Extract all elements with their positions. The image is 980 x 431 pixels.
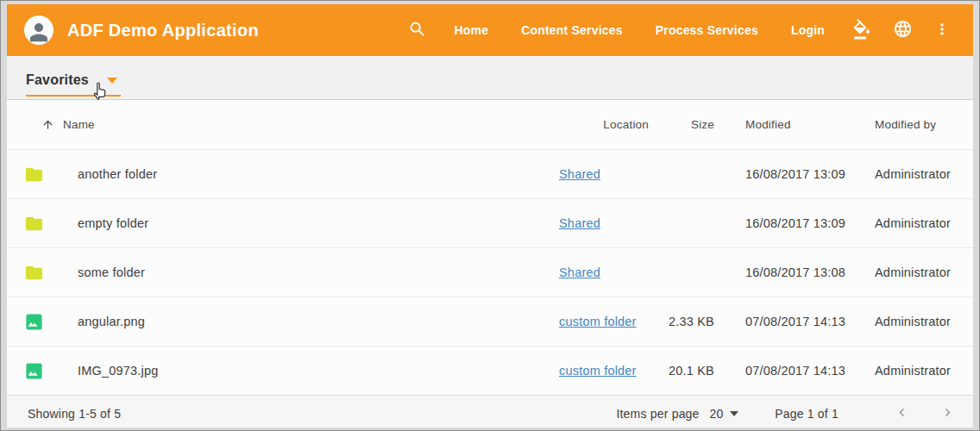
column-header-location[interactable]: Location <box>559 118 649 131</box>
items-per-page-label: Items per page <box>616 407 699 421</box>
showing-range-label: Showing 1-5 of 5 <box>28 407 121 421</box>
folder-icon <box>24 214 66 234</box>
items-per-page: Items per page 20 <box>616 403 738 424</box>
file-name: IMG_0973.jpg <box>66 364 559 378</box>
table-row[interactable]: some folder Shared 16/08/2017 13:08 Admi… <box>7 247 973 297</box>
chevron-right-icon <box>939 404 956 423</box>
modified-by: Administrator <box>875 216 961 230</box>
language-button[interactable] <box>883 14 923 47</box>
modified-date: 07/08/2017 14:13 <box>714 315 875 328</box>
items-per-page-select[interactable]: 20 <box>710 403 739 424</box>
app-title: ADF Demo Application <box>67 21 259 41</box>
column-header-modified-by[interactable]: Modified by <box>875 118 961 131</box>
search-icon <box>408 20 427 41</box>
adf-demo-app: ADF Demo Application Home Content Servic… <box>7 4 973 428</box>
document-list: Name Location Size Modified Modified by … <box>7 100 973 395</box>
location-link[interactable]: Shared <box>559 216 600 230</box>
search-button[interactable] <box>398 15 437 47</box>
main-nav: Home Content Services Process Services L… <box>437 15 841 46</box>
chevron-down-icon <box>107 78 117 84</box>
folder-icon <box>24 165 66 184</box>
table-row[interactable]: angular.png custom folder 2.33 KB 07/08/… <box>7 297 973 346</box>
nav-login[interactable]: Login <box>775 15 841 46</box>
column-header-name[interactable]: Name <box>24 118 559 131</box>
column-header-modified[interactable]: Modified <box>714 118 875 131</box>
modified-date: 07/08/2017 14:13 <box>714 364 875 378</box>
file-size: 20.1 KB <box>649 364 714 378</box>
more-vert-icon <box>933 21 951 41</box>
chevron-left-icon <box>894 404 910 423</box>
tab-favorites-label: Favorites <box>26 72 89 88</box>
table-header-row: Name Location Size Modified Modified by <box>7 100 973 149</box>
view-tabstrip: Favorites <box>7 56 973 100</box>
modified-by: Administrator <box>875 167 961 181</box>
column-header-size[interactable]: Size <box>649 118 714 131</box>
sort-ascending-icon <box>41 118 54 131</box>
nav-process-services[interactable]: Process Services <box>639 15 775 46</box>
modified-date: 16/08/2017 13:09 <box>714 167 875 181</box>
browser-window: ADF Demo Application Home Content Servic… <box>0 0 980 431</box>
file-name: some folder <box>66 265 559 279</box>
page-status-label: Page 1 of 1 <box>775 407 839 421</box>
location-link[interactable]: Shared <box>559 167 600 181</box>
modified-date: 16/08/2017 13:08 <box>714 265 875 279</box>
language-globe-icon <box>893 19 913 41</box>
next-page-button[interactable] <box>936 401 959 427</box>
location-link[interactable]: custom folder <box>559 364 637 378</box>
file-name: another folder <box>66 167 559 181</box>
pagination-bar: Showing 1-5 of 5 Items per page 20 Page … <box>7 395 973 428</box>
chevron-down-icon <box>730 411 738 416</box>
table-row[interactable]: empty folder Shared 16/08/2017 13:09 Adm… <box>7 198 973 247</box>
table-row[interactable]: another folder Shared 16/08/2017 13:09 A… <box>7 149 973 198</box>
file-name: angular.png <box>66 315 559 328</box>
folder-icon <box>24 263 66 283</box>
tab-favorites[interactable]: Favorites <box>26 72 121 97</box>
file-size: 2.33 KB <box>649 315 714 328</box>
theme-color-button[interactable] <box>841 14 883 47</box>
user-avatar-icon <box>24 16 53 45</box>
image-file-icon <box>24 361 66 381</box>
file-name: empty folder <box>66 216 559 230</box>
modified-by: Administrator <box>875 364 961 378</box>
previous-page-button[interactable] <box>890 401 914 427</box>
table-row[interactable]: IMG_0973.jpg custom folder 20.1 KB 07/08… <box>7 346 973 395</box>
image-file-icon <box>24 312 66 332</box>
nav-content-services[interactable]: Content Services <box>505 15 639 46</box>
more-menu-button[interactable] <box>923 16 961 46</box>
modified-by: Administrator <box>875 265 961 279</box>
app-header: ADF Demo Application Home Content Servic… <box>7 4 973 56</box>
nav-home[interactable]: Home <box>437 15 505 46</box>
format-color-fill-icon <box>851 19 872 42</box>
modified-by: Administrator <box>875 315 961 328</box>
location-link[interactable]: custom folder <box>559 315 637 328</box>
location-link[interactable]: Shared <box>559 265 600 279</box>
modified-date: 16/08/2017 13:09 <box>714 216 875 230</box>
